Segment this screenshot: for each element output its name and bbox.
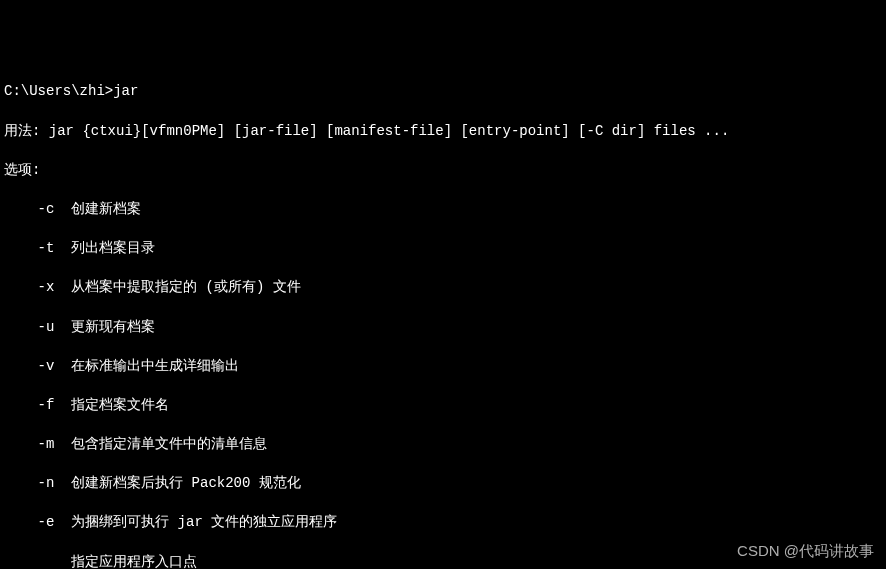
options-label: 选项: bbox=[4, 161, 886, 181]
option-line: -u 更新现有档案 bbox=[4, 318, 886, 338]
usage-line: 用法: jar {ctxui}[vfmn0PMe] [jar-file] [ma… bbox=[4, 122, 886, 142]
prompt-line: C:\Users\zhi>jar bbox=[4, 82, 886, 102]
option-line: -x 从档案中提取指定的 (或所有) 文件 bbox=[4, 278, 886, 298]
option-line: -m 包含指定清单文件中的清单信息 bbox=[4, 435, 886, 455]
option-line: -v 在标准输出中生成详细输出 bbox=[4, 357, 886, 377]
option-line: -c 创建新档案 bbox=[4, 200, 886, 220]
option-line: -t 列出档案目录 bbox=[4, 239, 886, 259]
option-line: -f 指定档案文件名 bbox=[4, 396, 886, 416]
option-line: -e 为捆绑到可执行 jar 文件的独立应用程序 bbox=[4, 513, 886, 533]
watermark-text: CSDN @代码讲故事 bbox=[737, 540, 874, 561]
option-line: -n 创建新档案后执行 Pack200 规范化 bbox=[4, 474, 886, 494]
